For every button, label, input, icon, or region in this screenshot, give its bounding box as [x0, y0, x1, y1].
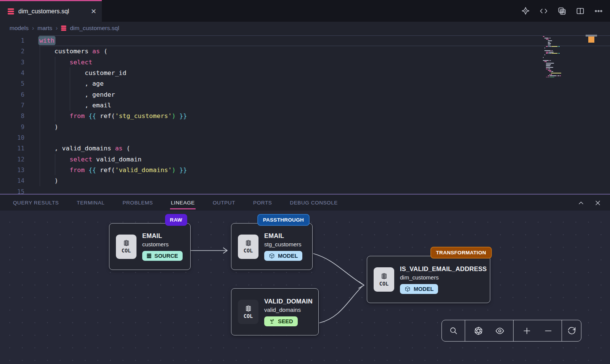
- close-panel-icon[interactable]: [594, 199, 602, 207]
- code-line[interactable]: 4 customer_id: [0, 68, 610, 78]
- search-button[interactable]: [445, 322, 462, 339]
- code-text: , email: [39, 100, 610, 111]
- code-line[interactable]: 11 , valid_domains as (: [0, 143, 610, 154]
- lineage-node-stg-customers-email[interactable]: PASSTHROUGH COL EMAIL stg_customers MODE…: [231, 223, 313, 270]
- split-editor-icon[interactable]: [576, 6, 585, 16]
- minimap-line: [543, 39, 586, 40]
- indent-guide: [70, 67, 70, 111]
- model-name: valid_domains: [264, 307, 313, 313]
- code-icon[interactable]: [539, 6, 548, 16]
- chevron-up-icon[interactable]: [577, 199, 585, 207]
- column-chip: COL: [238, 235, 258, 259]
- minimap-line: [543, 50, 586, 51]
- line-number: 9: [0, 122, 24, 133]
- indent-guide: [40, 46, 40, 186]
- minimap-line: [543, 64, 586, 65]
- code-text: , valid_domains as (: [39, 143, 610, 154]
- editor-scrollbar[interactable]: [586, 35, 597, 194]
- column-chip: COL: [238, 300, 258, 324]
- editor-actions: [521, 0, 603, 22]
- resource-type-badge: MODEL: [264, 251, 302, 261]
- minimap-line: [543, 53, 586, 54]
- refresh-button[interactable]: [563, 322, 580, 339]
- minimap-line: [543, 36, 586, 37]
- minimap-line: [543, 74, 586, 75]
- breadcrumb-marts[interactable]: marts: [37, 25, 52, 32]
- tab-ports[interactable]: PORTS: [253, 198, 272, 208]
- line-number: 12: [0, 154, 24, 165]
- tab-terminal[interactable]: TERMINAL: [77, 198, 104, 208]
- minimap-line: [543, 49, 586, 49]
- minimap-line: [543, 38, 586, 38]
- code-text: ): [39, 176, 610, 186]
- minimap[interactable]: [543, 36, 586, 77]
- minimap-line: [543, 45, 586, 45]
- column-chip: COL: [116, 235, 136, 259]
- code-line[interactable]: 5 , age: [0, 78, 610, 89]
- model-name: customers: [142, 241, 183, 247]
- minimap-line: [543, 60, 586, 61]
- code-line[interactable]: 12 select valid_domain: [0, 154, 610, 165]
- code-line[interactable]: 6 , gender: [0, 89, 610, 100]
- tab-dim-customers-sql[interactable]: dim_customers.sql ✕: [0, 0, 102, 22]
- code-line[interactable]: 10: [0, 133, 610, 143]
- cube-icon: [405, 286, 411, 292]
- code-line[interactable]: 14 ): [0, 176, 610, 186]
- resource-type-badge: SEED: [264, 316, 298, 326]
- tab-debug-console[interactable]: DEBUG CONSOLE: [290, 198, 338, 208]
- line-number: 5: [0, 78, 24, 89]
- line-number: 2: [0, 46, 24, 57]
- eye-button[interactable]: [491, 322, 508, 339]
- minimap-line: [543, 73, 586, 73]
- column-category-badge: PASSTHROUGH: [257, 214, 310, 226]
- code-line[interactable]: 13 from {{ ref('valid_domains') }}: [0, 165, 610, 176]
- zoom-out-button[interactable]: [540, 322, 557, 339]
- breadcrumb: models › marts › dim_customers.sql: [0, 22, 610, 35]
- code-text: ): [39, 122, 610, 133]
- code-line[interactable]: 15: [0, 187, 610, 194]
- minimap-line: [543, 61, 586, 62]
- tab-output[interactable]: OUTPUT: [213, 198, 235, 208]
- code-line[interactable]: 3 select: [0, 57, 610, 68]
- columns-icon: [244, 305, 252, 313]
- tab-problems[interactable]: PROBLEMS: [122, 198, 153, 208]
- breadcrumb-separator: ›: [56, 25, 58, 32]
- line-number: 7: [0, 100, 24, 111]
- copy-table-icon[interactable]: [557, 6, 567, 16]
- line-number: 13: [0, 165, 24, 176]
- breadcrumb-models[interactable]: models: [10, 25, 29, 32]
- lineage-node-dim-customers-is-valid-email-address[interactable]: TRANSFORMATION COL IS_VALID_EMAIL_ADDRES…: [367, 256, 490, 303]
- cube-icon: [269, 253, 275, 259]
- lineage-node-customers-email[interactable]: RAW COL EMAIL customers SOURCE: [109, 223, 191, 270]
- code-editor[interactable]: 1with2 customers as (3 select4 customer_…: [0, 35, 610, 194]
- code-line[interactable]: 9 ): [0, 122, 610, 133]
- line-number: 8: [0, 111, 24, 121]
- line-number: 11: [0, 143, 24, 154]
- code-line[interactable]: 7 , email: [0, 100, 610, 111]
- code-line[interactable]: 2 customers as (: [0, 46, 610, 57]
- more-icon[interactable]: [594, 6, 603, 16]
- tab-label: dim_customers.sql: [18, 8, 91, 15]
- code-text: , gender: [39, 89, 610, 100]
- close-tab-icon[interactable]: ✕: [91, 7, 96, 16]
- lineage-node-valid-domains-valid-domain[interactable]: COL VALID_DOMAIN valid_domains SEED: [231, 288, 319, 335]
- code-line[interactable]: 1with: [0, 35, 610, 46]
- minimap-line: [543, 71, 586, 72]
- minimap-line: [543, 48, 586, 48]
- database-icon: [147, 254, 151, 258]
- resource-type-badge: SOURCE: [142, 251, 183, 261]
- column-category-badge: TRANSFORMATION: [430, 247, 492, 259]
- tab-query-results[interactable]: QUERY RESULTS: [13, 198, 59, 208]
- breadcrumb-file[interactable]: dim_customers.sql: [70, 25, 119, 32]
- dbt-icon[interactable]: [521, 6, 530, 16]
- sprout-icon: [269, 318, 275, 324]
- minimap-line: [543, 75, 586, 76]
- lineage-canvas[interactable]: RAW COL EMAIL customers SOURCE PASSTHROU: [0, 211, 610, 364]
- tab-lineage[interactable]: LINEAGE: [171, 198, 195, 208]
- indent-guide: [55, 57, 55, 121]
- code-line[interactable]: 8 from {{ ref('stg_customers') }}: [0, 111, 610, 121]
- aperture-button[interactable]: [470, 322, 487, 339]
- panel-actions: [577, 195, 602, 211]
- zoom-in-button[interactable]: [518, 322, 535, 339]
- panel-tabs: QUERY RESULTS TERMINAL PROBLEMS LINEAGE …: [0, 198, 338, 208]
